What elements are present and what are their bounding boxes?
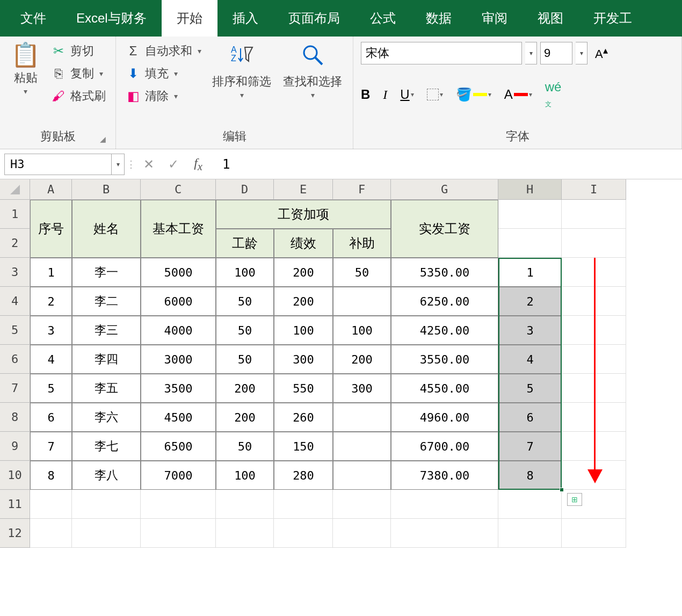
- cell-I3[interactable]: [562, 258, 626, 287]
- borders-button[interactable]: ▾: [427, 89, 443, 100]
- cell-C9[interactable]: 6500: [141, 432, 216, 461]
- row-header-7[interactable]: 7: [0, 374, 30, 403]
- cell-E11[interactable]: [274, 490, 333, 519]
- cell-A7[interactable]: 5: [30, 374, 72, 403]
- tab-developer[interactable]: 开发工: [578, 0, 647, 37]
- cell-E6[interactable]: 300: [274, 345, 333, 374]
- column-header-F[interactable]: F: [333, 179, 391, 200]
- row-header-8[interactable]: 8: [0, 403, 30, 432]
- insert-function-button[interactable]: fx: [187, 154, 209, 175]
- cell-I10[interactable]: [562, 461, 626, 490]
- cell-C3[interactable]: 5000: [141, 258, 216, 287]
- find-select-button[interactable]: 查找和选择 ▾: [280, 42, 345, 125]
- cell-B11[interactable]: [72, 490, 141, 519]
- cell-A4[interactable]: 2: [30, 287, 72, 316]
- cell-D6[interactable]: 50: [216, 345, 274, 374]
- clear-button[interactable]: ◧ 清除 ▾: [124, 87, 204, 105]
- cell-E8[interactable]: 260: [274, 403, 333, 432]
- cell-H5[interactable]: 3: [498, 316, 562, 345]
- column-header-H[interactable]: H: [498, 179, 562, 200]
- cell-G8[interactable]: 4960.00: [391, 403, 498, 432]
- dialog-launcher-icon[interactable]: ◢: [100, 135, 106, 143]
- cell-D11[interactable]: [216, 490, 274, 519]
- copy-button[interactable]: ⎘ 复制 ▾: [49, 64, 108, 83]
- autofill-options-button[interactable]: ⊞: [567, 493, 582, 506]
- formula-input[interactable]: [212, 154, 678, 175]
- paste-button[interactable]: 📋 粘贴 ▾: [8, 42, 43, 125]
- bold-button[interactable]: B: [361, 87, 370, 102]
- cell-F4[interactable]: [333, 287, 391, 316]
- cell-E7[interactable]: 550: [274, 374, 333, 403]
- row-header-2[interactable]: 2: [0, 229, 30, 258]
- cell-B4[interactable]: 李二: [72, 287, 141, 316]
- select-all-corner[interactable]: [0, 179, 30, 200]
- cell-C5[interactable]: 4000: [141, 316, 216, 345]
- cancel-button[interactable]: ✕: [137, 154, 160, 175]
- cell-B7[interactable]: 李五: [72, 374, 141, 403]
- row-header-6[interactable]: 6: [0, 345, 30, 374]
- cell-F11[interactable]: [333, 490, 391, 519]
- cell-G9[interactable]: 6700.00: [391, 432, 498, 461]
- cell-H7[interactable]: 5: [498, 374, 562, 403]
- cell-F7[interactable]: 300: [333, 374, 391, 403]
- row-header-3[interactable]: 3: [0, 258, 30, 287]
- cell-C7[interactable]: 3500: [141, 374, 216, 403]
- cell-D3[interactable]: 100: [216, 258, 274, 287]
- fill-handle[interactable]: [560, 488, 564, 492]
- cell-G4[interactable]: 6250.00: [391, 287, 498, 316]
- cell-F3[interactable]: 50: [333, 258, 391, 287]
- cell-F5[interactable]: 100: [333, 316, 391, 345]
- cell-B5[interactable]: 李三: [72, 316, 141, 345]
- sort-filter-button[interactable]: AZ 排序和筛选 ▾: [209, 42, 274, 125]
- cell-C8[interactable]: 4500: [141, 403, 216, 432]
- cell-I7[interactable]: [562, 374, 626, 403]
- cell-I1[interactable]: [562, 200, 626, 229]
- cell-D8[interactable]: 200: [216, 403, 274, 432]
- name-box[interactable]: [4, 154, 112, 175]
- cell-H8[interactable]: 6: [498, 403, 562, 432]
- tab-home[interactable]: 开始: [162, 0, 217, 37]
- cell-E9[interactable]: 150: [274, 432, 333, 461]
- cell-A12[interactable]: [30, 519, 72, 548]
- cell-G6[interactable]: 3550.00: [391, 345, 498, 374]
- tab-file[interactable]: 文件: [5, 0, 61, 37]
- tab-insert[interactable]: 插入: [217, 0, 273, 37]
- cell-A9[interactable]: 7: [30, 432, 72, 461]
- cell-G5[interactable]: 4250.00: [391, 316, 498, 345]
- cell-A3[interactable]: 1: [30, 258, 72, 287]
- column-header-B[interactable]: B: [72, 179, 141, 200]
- cell-F9[interactable]: [333, 432, 391, 461]
- cell-D10[interactable]: 100: [216, 461, 274, 490]
- cell-F6[interactable]: 200: [333, 345, 391, 374]
- cell-C10[interactable]: 7000: [141, 461, 216, 490]
- cell-A6[interactable]: 4: [30, 345, 72, 374]
- row-header-12[interactable]: 12: [0, 519, 30, 548]
- cell-G12[interactable]: [391, 519, 498, 548]
- cut-button[interactable]: ✂ 剪切: [49, 42, 108, 60]
- tab-excel-finance[interactable]: Excel与财务: [61, 0, 162, 37]
- format-painter-button[interactable]: 🖌 格式刷: [49, 87, 108, 105]
- cell-C6[interactable]: 3000: [141, 345, 216, 374]
- cell-E10[interactable]: 280: [274, 461, 333, 490]
- cell-H2[interactable]: [498, 229, 562, 258]
- cell-A8[interactable]: 6: [30, 403, 72, 432]
- cell-G7[interactable]: 4550.00: [391, 374, 498, 403]
- cell-F8[interactable]: [333, 403, 391, 432]
- cell-I5[interactable]: [562, 316, 626, 345]
- cell-E3[interactable]: 200: [274, 258, 333, 287]
- font-size-dropdown[interactable]: ▾: [576, 42, 587, 64]
- cell-D9[interactable]: 50: [216, 432, 274, 461]
- cell-B3[interactable]: 李一: [72, 258, 141, 287]
- row-header-11[interactable]: 11: [0, 490, 30, 519]
- cell-I9[interactable]: [562, 432, 626, 461]
- row-header-10[interactable]: 10: [0, 461, 30, 490]
- phonetic-button[interactable]: wé文: [545, 79, 562, 110]
- column-header-G[interactable]: G: [391, 179, 498, 200]
- italic-button[interactable]: I: [383, 88, 387, 102]
- cell-A5[interactable]: 3: [30, 316, 72, 345]
- enter-button[interactable]: ✓: [162, 154, 185, 175]
- cell-B9[interactable]: 李七: [72, 432, 141, 461]
- column-header-I[interactable]: I: [562, 179, 626, 200]
- increase-font-icon[interactable]: A▴: [595, 46, 608, 60]
- cell-E5[interactable]: 100: [274, 316, 333, 345]
